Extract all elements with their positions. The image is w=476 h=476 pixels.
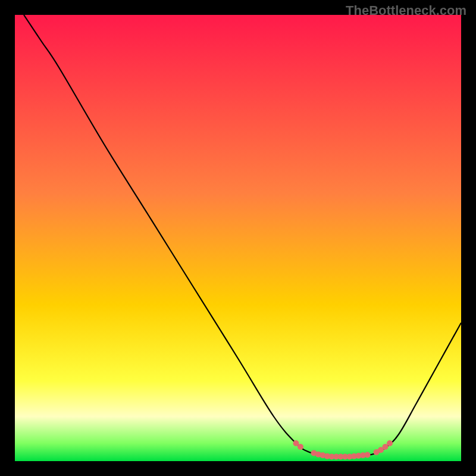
chart-plot <box>15 15 461 461</box>
data-dot <box>365 452 371 458</box>
data-dot <box>387 440 393 446</box>
watermark-text: TheBottleneck.com <box>346 3 466 18</box>
gradient-rect <box>15 15 461 461</box>
data-dot <box>298 444 303 450</box>
chart-svg <box>15 15 461 461</box>
